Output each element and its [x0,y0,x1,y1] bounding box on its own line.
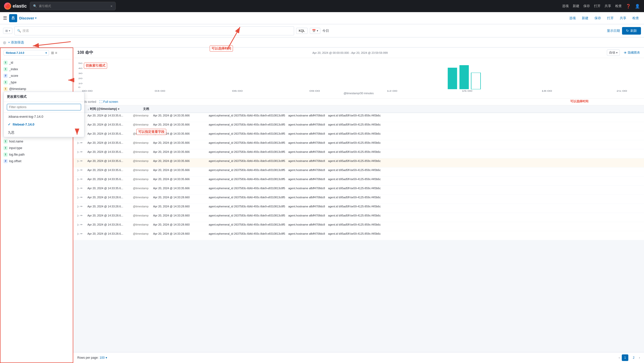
add-filter-button[interactable]: + 添加筛选 [8,40,24,45]
show-date-button[interactable]: 显示日期 [607,29,620,33]
calendar-icon: 📅 [312,29,316,33]
kql-button[interactable]: KQL [296,28,308,34]
expand-icon[interactable]: ▷ [77,232,79,235]
sidebar-field-log-offset[interactable]: #log.offset [1,158,73,164]
dropdown-item-kibana[interactable]: .kibana-event-log-7.14.0 [4,113,84,120]
table-row[interactable]: ▷ ✏ Apr 20, 2024 @ 14:33:35.6... @timest… [73,158,644,167]
grid-icon[interactable]: ⊞ [51,51,54,55]
table-row[interactable]: ▷ ✏ Apr 20, 2024 @ 14:33:35.6... @timest… [73,140,644,149]
page-2-button[interactable]: 2 [630,354,637,361]
svg-text:40: 40 [78,67,83,69]
row-ts: Apr 20, 2024 @ 14:33:35.666 [153,132,209,135]
list-icon[interactable]: ≡ [55,51,57,55]
page-1-button[interactable]: 1 [622,354,628,361]
filter-chevron: ▾ [9,29,10,32]
share-link[interactable]: 共享 [618,15,628,21]
row-time: Apr 20, 2024 @ 14:33:35.6... [87,123,133,126]
expand-icon[interactable]: ▷ [77,150,79,154]
edit-icon[interactable]: ✏ [80,150,83,154]
expand-icon[interactable]: ▷ [77,141,79,144]
expand-icon[interactable]: ▷ [77,214,79,217]
edit-icon[interactable]: ✏ [80,159,83,163]
discover-button[interactable]: Discover ▾ [19,16,36,20]
col-time-header[interactable]: ↓ 时间 (@timestamp) ▾ [87,107,143,111]
check-icon: ✓ [8,123,11,126]
next-page-button[interactable]: › [639,356,640,359]
expand-icon[interactable]: ▷ [77,178,79,181]
table-row[interactable]: ▷ ✏ Apr 20, 2024 @ 14:33:35.6... @timest… [73,167,644,177]
table-row[interactable]: ▷ ✏ Apr 20, 2024 @ 14:33:35.6... @timest… [73,186,644,195]
options-link[interactable]: 选项 [567,15,578,21]
expand-icon[interactable]: ▷ [77,159,79,163]
full-screen-button[interactable]: ⛶ Full screen [99,100,118,104]
dropdown-item-jiusi[interactable]: 九思 [4,128,84,137]
table-row[interactable]: ▷ ✏ Apr 20, 2024 @ 14:33:28.6... @timest… [73,231,644,240]
row-at: @timestamp [133,114,153,117]
edit-icon[interactable]: ✏ [80,187,83,190]
sidebar-field-log-file-path[interactable]: tlog.file.path [1,151,73,158]
edit-icon[interactable]: ✏ [80,168,83,172]
edit-icon[interactable]: ✏ [80,214,83,217]
elastic-logo-text: elastic [13,4,27,9]
table-header: ↓ 时间 (@timestamp) ▾ 文档 [73,105,644,113]
edit-icon[interactable]: ✏ [80,196,83,199]
dropdown-search-input[interactable] [7,104,81,110]
open-btn[interactable]: 打开 [594,4,601,8]
hamburger-icon[interactable]: ☰ [3,15,7,21]
sidebar-field-input-type[interactable]: tinput.type [1,145,73,151]
rows-per-page-chevron[interactable]: ▾ [106,356,107,359]
share-btn[interactable]: 共享 [605,4,611,8]
expand-icon[interactable]: ▷ [77,196,79,199]
edit-icon[interactable]: ✏ [80,205,83,208]
edit-icon[interactable]: ✏ [80,223,83,226]
edit-icon[interactable]: ✏ [80,178,83,181]
top-nav-actions: 选项 新建 保存 打开 共享 检查 ❓ 👤 [562,4,640,9]
expand-icon[interactable]: ▷ [77,223,79,226]
table-row[interactable]: ▷ ✏ Apr 20, 2024 @ 14:33:28.6... @timest… [73,204,644,213]
refresh-button[interactable]: ↻ 刷新 [622,27,641,35]
filter-toggle[interactable]: ⊞ ▾ [3,28,12,34]
table-row[interactable]: ▷ ✏ Apr 20, 2024 @ 14:33:28.6... @timest… [73,195,644,204]
table-row[interactable]: ▷ ✏ Apr 20, 2024 @ 14:33:35.6... @timest… [73,131,644,140]
elastic-logo: 🔴 elastic [4,3,27,10]
new-btn[interactable]: 新建 [573,4,579,8]
index-selector[interactable]: filebeat-7.14.0 ▾ [4,50,49,56]
row-controls: ▷ ✏ [77,214,87,217]
table-row[interactable]: ▷ ✏ Apr 20, 2024 @ 14:33:35.6... @timest… [73,149,644,158]
dropdown-item-filebeat[interactable]: ✓ filebeat-7.14.0 [4,120,84,128]
row-at: @timestamp [133,132,153,135]
row-rest: agent.ephemeral_id 2637583c-6bfd-493c-8d… [209,141,640,144]
date-icon-button[interactable]: 📅 ▾ [310,28,320,34]
sidebar-field-host-name[interactable]: thost.name [1,138,73,145]
prev-page-button[interactable]: ‹ [619,356,620,359]
sidebar-field--timestamp[interactable]: t@timestamp [1,86,73,92]
search-input[interactable]: 🔍 搜索 [14,26,294,35]
expand-icon[interactable]: ▷ [77,205,79,208]
table-row[interactable]: ▷ ✏ Apr 20, 2024 @ 14:33:28.6... @timest… [73,213,644,222]
edit-icon[interactable]: ✏ [80,232,83,235]
expand-icon[interactable]: ▷ [77,168,79,172]
table-row[interactable]: ▷ ✏ Apr 20, 2024 @ 14:33:28.6... @timest… [73,222,644,231]
search-bar[interactable]: 🔍 索引模式 ✕ [30,2,116,10]
open-link[interactable]: 打开 [605,15,616,21]
help-icon[interactable]: ❓ [626,4,631,9]
save-btn[interactable]: 保存 [583,4,590,8]
table-row[interactable]: ▷ ✏ Apr 20, 2024 @ 14:33:35.6... @timest… [73,122,644,131]
sidebar-field--id[interactable]: t_id [1,59,73,66]
user-icon[interactable]: 👤 [635,4,640,9]
hide-chart-button[interactable]: 👁 隐藏图表 [624,51,640,55]
edit-icon[interactable]: ✏ [80,141,83,144]
sidebar-field--index[interactable]: t_index [1,66,73,72]
inspect-link[interactable]: 检查 [630,15,641,21]
inspect-btn[interactable]: 检查 [615,4,622,8]
sidebar-field--score[interactable]: #_score [1,72,73,79]
auto-select[interactable]: 自动 ▾ [607,50,620,56]
table-row[interactable]: ▷ ✏ Apr 20, 2024 @ 14:33:35.6... @timest… [73,177,644,186]
app-icon[interactable]: 吕 [9,14,17,22]
options-btn[interactable]: 选项 [562,4,569,8]
save-link[interactable]: 保存 [592,15,603,21]
new-link[interactable]: 新建 [580,15,590,21]
sidebar-field--type[interactable]: t_type [1,79,73,86]
table-row[interactable]: ▷ ✏ Apr 20, 2024 @ 14:33:35.6... @timest… [73,113,644,122]
expand-icon[interactable]: ▷ [77,187,79,190]
